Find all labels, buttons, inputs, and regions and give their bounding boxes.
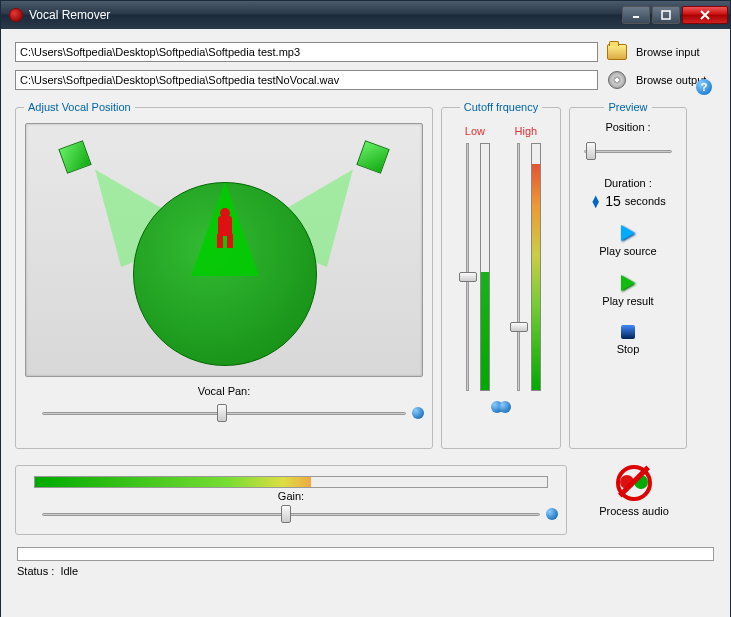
close-button[interactable] [682,6,728,24]
position-label: Position : [578,121,678,133]
high-label: High [515,125,538,137]
duration-value: 15 [605,193,621,209]
person-icon[interactable] [210,208,240,252]
app-icon [9,8,23,22]
high-cutoff-slider[interactable] [507,143,547,391]
folder-icon [606,41,628,63]
play-result-button[interactable]: Play result [578,275,678,307]
duration-unit: seconds [625,195,666,207]
help-icon[interactable]: ? [696,79,712,95]
maximize-button[interactable] [652,6,680,24]
svg-rect-1 [662,11,670,19]
right-speaker-icon [356,140,389,173]
gain-group: Gain: [15,465,567,535]
titlebar[interactable]: Vocal Remover [1,1,730,29]
client-area: Browse input Browse output ? Adjust Voca… [1,29,730,617]
play-icon [621,275,635,291]
stop-icon [621,325,635,339]
preview-group: Preview Position : Duration : ▲▼ 15 seco… [569,101,687,449]
status-text: Status : Idle [17,565,714,577]
cutoff-group: Cutoff frquency Low High [441,101,561,449]
reset-gain-icon[interactable] [546,508,558,520]
play-icon [621,225,635,241]
gain-label: Gain: [24,490,558,502]
position-slider[interactable] [584,139,672,163]
vocal-position-visual[interactable] [25,123,423,377]
browse-input-button[interactable]: Browse input [636,46,716,58]
stop-button[interactable]: Stop [578,325,678,355]
app-window: Vocal Remover Browse input Browse output… [0,0,731,617]
vocal-pan-label: Vocal Pan: [24,385,424,397]
preview-legend: Preview [604,101,651,113]
process-icon [616,465,652,501]
play-source-button[interactable]: Play source [578,225,678,257]
duration-label: Duration : [578,177,678,189]
window-title: Vocal Remover [29,8,622,22]
gain-meter [34,476,548,488]
adjust-vocal-group: Adjust Vocal Position Vocal Pan: [15,101,433,449]
vocal-pan-slider[interactable] [42,401,406,425]
duration-spinner[interactable]: ▲▼ [590,195,601,207]
minimize-button[interactable] [622,6,650,24]
low-cutoff-slider[interactable] [456,143,496,391]
process-audio-button[interactable]: Process audio [575,465,693,535]
gain-slider[interactable] [42,502,540,526]
reset-pan-icon[interactable] [412,407,424,419]
left-speaker-icon [58,140,91,173]
reset-cutoff-icon[interactable] [450,401,552,415]
disk-icon [606,69,628,91]
output-path-field[interactable] [15,70,598,90]
adjust-legend: Adjust Vocal Position [24,101,135,113]
progress-bar [17,547,714,561]
input-path-field[interactable] [15,42,598,62]
cutoff-legend: Cutoff frquency [460,101,542,113]
low-label: Low [465,125,485,137]
